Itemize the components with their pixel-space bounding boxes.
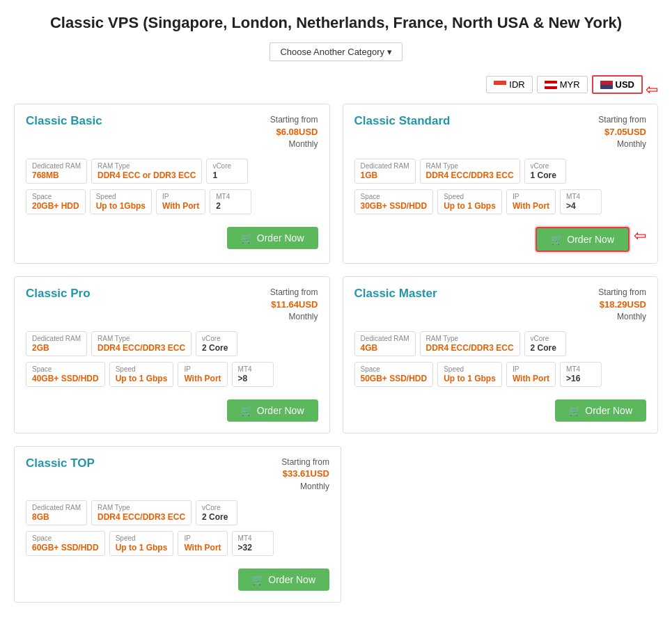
- spec-ramtype-top: RAM Type DDR4 ECC/DDR3 ECC: [91, 500, 192, 525]
- cart-icon-master: 🛒: [569, 405, 581, 416]
- card-header-master: Classic Master Starting from $18.29USD M…: [354, 287, 647, 323]
- period-master: Monthly: [617, 312, 646, 321]
- order-btn-label-pro: Order Now: [257, 405, 304, 416]
- order-btn-basic[interactable]: 🛒 Order Now: [227, 227, 318, 249]
- card-price-top: Starting from $33.61USD Monthly: [281, 456, 329, 493]
- spec-ip-pro: IP With Port: [178, 362, 227, 387]
- spec-ip-val-master: With Port: [513, 374, 549, 383]
- spec-ip-val-pro: With Port: [184, 374, 221, 383]
- specs-row1-basic: Dedicated RAM 768MB RAM Type DDR4 ECC or…: [26, 159, 318, 184]
- plan-title-pro: Classic Pro: [26, 287, 91, 301]
- spec-ip-basic: IP With Port: [156, 189, 205, 214]
- currency-usd-btn[interactable]: USD: [592, 75, 643, 94]
- period-top: Monthly: [300, 482, 329, 491]
- spec-ram-pro: Dedicated RAM 2GB: [26, 331, 87, 356]
- plan-classic-top: Classic TOP Starting from $33.61USD Mont…: [14, 446, 341, 603]
- currency-myr-btn[interactable]: MYR: [537, 76, 588, 93]
- spec-vcore-standard: vCore 1 Core: [524, 159, 566, 184]
- spec-mt4-label-basic: MT4: [216, 193, 245, 200]
- spec-ram-basic: Dedicated RAM 768MB: [26, 159, 87, 184]
- spec-ram-master: Dedicated RAM 4GB: [354, 331, 416, 356]
- plan-classic-top-wrap: Classic TOP Starting from $33.61USD Mont…: [14, 446, 658, 603]
- period-basic: Monthly: [288, 139, 318, 149]
- starting-from-basic: Starting from: [270, 115, 318, 125]
- spec-speed-val-master: Up to 1 Gbps: [444, 374, 496, 383]
- starting-from-master: Starting from: [598, 287, 646, 297]
- specs-row2-top: Space 60GB+ SSD/HDD Speed Up to 1 Gbps I…: [26, 531, 329, 556]
- spec-ip-val-top: With Port: [184, 543, 221, 553]
- specs-row1-top: Dedicated RAM 8GB RAM Type DDR4 ECC/DDR3…: [26, 500, 329, 525]
- starting-from-top: Starting from: [281, 457, 329, 467]
- order-btn-standard[interactable]: 🛒 Order Now: [536, 227, 630, 252]
- card-price-standard: Starting from $7.05USD Monthly: [598, 114, 646, 150]
- currency-myr-label: MYR: [560, 79, 580, 90]
- spec-vcore-val-pro: 2 Core: [202, 343, 231, 353]
- starting-from-standard: Starting from: [598, 115, 646, 125]
- spec-space-val-top: 60GB+ SSD/HDD: [32, 543, 99, 553]
- spec-speed-val-standard: Up to 1 Gbps: [444, 201, 496, 211]
- order-btn-label-master: Order Now: [585, 405, 632, 416]
- spec-ip-label-master: IP: [513, 365, 549, 373]
- spec-speed-label-top: Speed: [116, 534, 168, 542]
- currency-idr-btn[interactable]: IDR: [486, 76, 532, 93]
- spec-ramtype-val-top: DDR4 ECC/DDR3 ECC: [97, 512, 185, 522]
- specs-row2-pro: Space 40GB+ SSD/HDD Speed Up to 1 Gbps I…: [26, 362, 318, 387]
- spec-vcore-label-top: vCore: [202, 504, 231, 511]
- spec-vcore-label-basic: vCore: [212, 162, 242, 170]
- spec-mt4-pro: MT4 >8: [232, 362, 274, 387]
- currency-selector: IDR MYR USD: [486, 75, 643, 94]
- spec-ram-label-standard: Dedicated RAM: [361, 162, 409, 170]
- price-val-standard: $7.05USD: [604, 127, 646, 137]
- spec-mt4-basic: MT4 2: [210, 189, 251, 214]
- cart-icon-standard: 🛒: [551, 234, 563, 245]
- spec-ram-label-top: Dedicated RAM: [32, 504, 81, 511]
- spec-space-val-pro: 40GB+ SSD/HDD: [32, 374, 99, 383]
- order-btn-label-standard: Order Now: [567, 234, 614, 245]
- spec-ramtype-val-pro: DDR4 ECC/DDR3 ECC: [97, 343, 185, 353]
- order-btn-top[interactable]: 🛒 Order Now: [238, 569, 329, 591]
- category-dropdown-btn[interactable]: Choose Another Category ▾: [269, 42, 402, 61]
- card-header-pro: Classic Pro Starting from $11.64USD Mont…: [26, 287, 318, 323]
- spec-space-master: Space 50GB+ SSD/HDD: [354, 362, 434, 387]
- spec-ramtype-standard: RAM Type DDR4 ECC/DDR3 ECC: [420, 159, 520, 184]
- plan-title-master: Classic Master: [354, 287, 437, 301]
- order-btn-label-basic: Order Now: [257, 232, 304, 244]
- spec-speed-label-standard: Speed: [444, 193, 496, 200]
- usd-arrow-icon: ⇦: [646, 81, 658, 99]
- order-btn-pro[interactable]: 🛒 Order Now: [227, 399, 318, 422]
- spec-ramtype-val-basic: DDR4 ECC or DDR3 ECC: [97, 170, 196, 180]
- spec-ip-label-basic: IP: [162, 193, 199, 200]
- price-val-top: $33.61USD: [283, 468, 329, 479]
- cart-icon-basic: 🛒: [241, 232, 253, 244]
- spec-ramtype-label-master: RAM Type: [426, 335, 514, 342]
- spec-ram-val-master: 4GB: [361, 343, 409, 353]
- spec-speed-val-top: Up to 1 Gbps: [116, 543, 168, 553]
- card-price-basic: Starting from $6.08USD Monthly: [270, 114, 318, 150]
- spec-mt4-val-basic: 2: [216, 201, 245, 211]
- spec-speed-master: Speed Up to 1 Gbps: [437, 362, 502, 387]
- spec-vcore-top: vCore 2 Core: [196, 500, 237, 525]
- spec-vcore-master: vCore 2 Core: [524, 331, 566, 356]
- spec-ramtype-master: RAM Type DDR4 ECC/DDR3 ECC: [420, 331, 520, 356]
- spec-ramtype-val-master: DDR4 ECC/DDR3 ECC: [426, 343, 514, 353]
- spec-vcore-pro: vCore 2 Core: [196, 331, 237, 356]
- spec-mt4-val-top: >32: [238, 543, 267, 553]
- price-val-pro: $11.64USD: [271, 299, 318, 310]
- spec-mt4-label-master: MT4: [566, 365, 595, 373]
- flag-id-icon: [494, 81, 506, 89]
- spec-ram-standard: Dedicated RAM 1GB: [354, 159, 416, 184]
- specs-row1-master: Dedicated RAM 4GB RAM Type DDR4 ECC/DDR3…: [354, 331, 647, 356]
- currency-usd-label: USD: [616, 79, 634, 90]
- spec-vcore-val-master: 2 Core: [531, 343, 560, 353]
- spec-speed-top: Speed Up to 1 Gbps: [109, 531, 174, 556]
- plans-grid: Classic Basic Starting from $6.08USD Mon…: [14, 104, 658, 434]
- standard-arrow-icon: ⇦: [634, 227, 646, 245]
- spec-ram-val-standard: 1GB: [361, 170, 409, 180]
- plan-title-standard: Classic Standard: [354, 114, 451, 128]
- card-price-pro: Starting from $11.64USD Monthly: [270, 287, 318, 323]
- spec-space-basic: Space 20GB+ HDD: [26, 189, 86, 214]
- specs-row1-standard: Dedicated RAM 1GB RAM Type DDR4 ECC/DDR3…: [354, 159, 647, 184]
- order-btn-master[interactable]: 🛒 Order Now: [555, 399, 646, 422]
- price-val-basic: $6.08USD: [276, 127, 318, 137]
- spec-mt4-val-standard: >4: [566, 201, 595, 211]
